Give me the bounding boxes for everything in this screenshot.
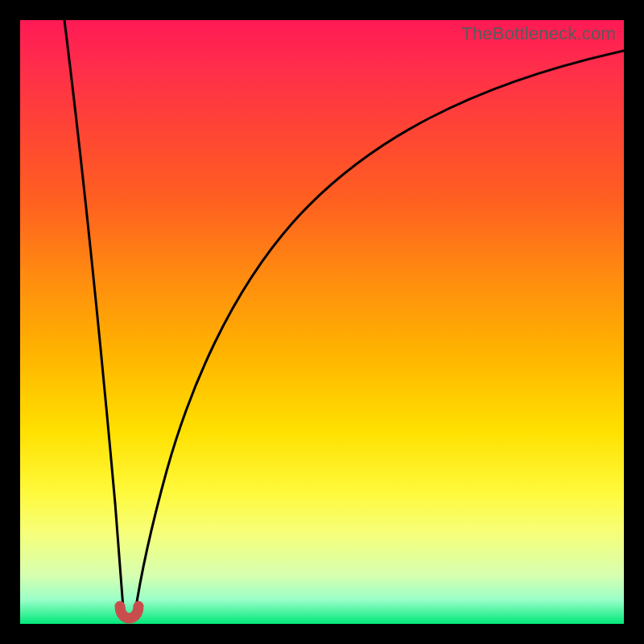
curve-left-branch [64, 20, 124, 617]
chart-frame: TheBottleneck.com [20, 20, 624, 624]
watermark-text: TheBottleneck.com [461, 23, 616, 44]
curve-right-branch [134, 51, 624, 617]
bottleneck-curve [20, 20, 624, 624]
minimum-marker [120, 606, 138, 618]
